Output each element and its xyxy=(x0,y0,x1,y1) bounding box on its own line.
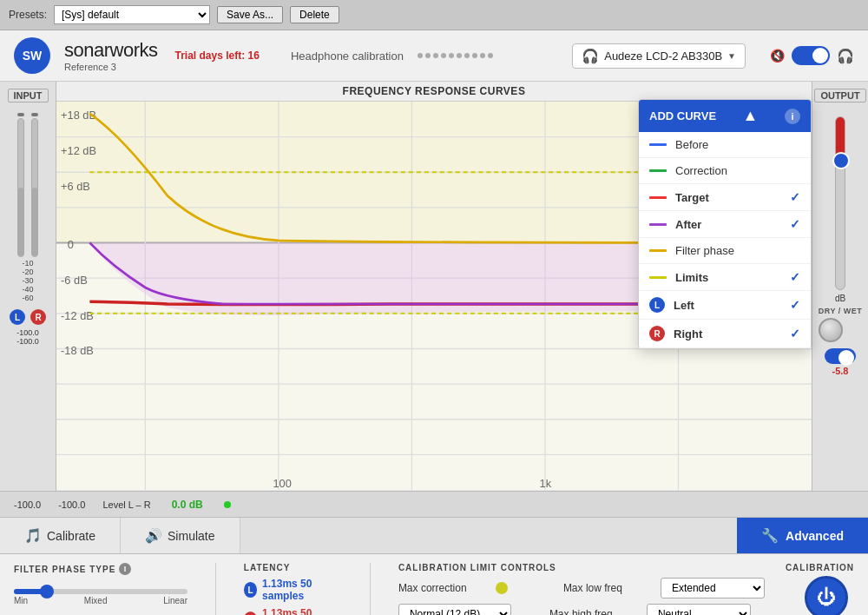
filter-phase-info[interactable]: i xyxy=(119,563,131,575)
svg-text:1k: 1k xyxy=(540,477,552,490)
dot xyxy=(464,53,470,58)
normal-row: Normal (12 dB) Max high freq Neutral xyxy=(398,604,765,615)
slider-labels: Min Mixed Linear xyxy=(14,596,187,605)
curve-right[interactable]: R Right ✓ xyxy=(639,320,811,348)
dot xyxy=(418,53,423,58)
svg-text:+12 dB: +12 dB xyxy=(61,144,96,157)
delete-button[interactable]: Delete xyxy=(290,6,339,23)
output-slider[interactable] xyxy=(835,116,845,290)
curve-target[interactable]: Target ✓ xyxy=(639,184,811,211)
chevron-up-icon[interactable]: ▲ xyxy=(743,107,759,125)
brand-name: sonarworks xyxy=(64,39,157,62)
max-high-freq-select[interactable]: Neutral xyxy=(647,604,751,615)
filter-phase-title: FILTER PHASE TYPE i xyxy=(14,563,187,575)
divider-1 xyxy=(215,563,216,615)
bottom-tabs: 🎵 Calibrate 🔊 Simulate 🔧 Advanced xyxy=(0,517,868,553)
save-as-button[interactable]: Save As... xyxy=(217,6,283,23)
input-fader-right[interactable] xyxy=(31,118,38,257)
input-fader-left[interactable] xyxy=(17,118,24,257)
curve-limits[interactable]: Limits ✓ xyxy=(639,264,811,291)
brand-text: sonarworks Reference 3 xyxy=(64,39,157,72)
input-faders xyxy=(17,113,38,257)
latency-l-value: 1.13ms 50 samples xyxy=(262,578,342,602)
header-center: Headphone calibration xyxy=(291,50,500,63)
logo: SW xyxy=(14,37,50,74)
left-check: ✓ xyxy=(790,298,800,312)
simulate-label: Simulate xyxy=(168,529,214,543)
level-lr-label: Level L – R xyxy=(102,499,150,510)
output-slider-thumb[interactable] xyxy=(832,152,850,169)
svg-text:100: 100 xyxy=(273,477,291,490)
headphone-icon: 🎧 xyxy=(582,48,599,64)
calib-power-container: ⏻ xyxy=(791,576,848,615)
calibration-power-section: CALIBRATION ⏻ ● xyxy=(786,563,854,615)
preset-select[interactable]: [Sys] default xyxy=(54,5,210,24)
limits-label: Limits xyxy=(675,271,781,284)
filter-slider[interactable] xyxy=(14,589,187,594)
device-selector[interactable]: 🎧 Audeze LCD-2 AB330B ▼ xyxy=(572,43,746,69)
filter-phase-label: Filter phase xyxy=(675,244,800,257)
power-toggle[interactable] xyxy=(792,46,830,65)
dry-wet-knob[interactable] xyxy=(819,318,843,342)
left-badge: L xyxy=(10,309,25,325)
calibration-power-button[interactable]: ⏻ xyxy=(805,576,848,615)
target-label: Target xyxy=(675,191,781,204)
filter-phase-curve-line xyxy=(649,249,667,252)
correction-label: Correction xyxy=(675,164,800,177)
calib-power-label: CALIBRATION xyxy=(786,563,854,572)
normal-select[interactable]: Normal (12 dB) xyxy=(398,604,511,615)
dot xyxy=(433,53,438,58)
calibrate-label: Calibrate xyxy=(47,529,95,543)
limits-curve-line xyxy=(649,276,667,279)
max-correction-indicator xyxy=(496,582,508,594)
input-panel: INPUT -10 -20 -30 -40 -60 L R -100.0 xyxy=(0,82,56,491)
curve-filter-phase[interactable]: Filter phase xyxy=(639,238,811,264)
max-correction-row: Max correction Max low freq Extended xyxy=(398,578,765,598)
correction-curve-line xyxy=(649,169,667,172)
advanced-label: Advanced xyxy=(786,529,844,543)
svg-text:+6 dB: +6 dB xyxy=(61,179,90,192)
curve-after[interactable]: After ✓ xyxy=(639,211,811,238)
latency-title-text: LATENCY xyxy=(244,563,290,572)
preset-label: Presets: xyxy=(9,9,47,21)
calibrate-tab[interactable]: 🎵 Calibrate xyxy=(0,518,121,553)
calibration-limits-section: CALIBRATION LIMIT CONTROLS Max correctio… xyxy=(398,563,765,615)
left-curve-label: Left xyxy=(674,299,781,312)
mute-icon[interactable]: 🔇 xyxy=(770,49,785,63)
svg-text:-18 dB: -18 dB xyxy=(61,344,94,357)
divider-2 xyxy=(370,563,371,615)
advanced-button[interactable]: 🔧 Advanced xyxy=(737,518,868,553)
dropdown-info-icon[interactable]: i xyxy=(785,109,800,124)
right-badge: R xyxy=(30,309,46,325)
max-low-freq-select[interactable]: Extended xyxy=(661,578,765,598)
after-check: ✓ xyxy=(790,217,800,231)
min-label: Min xyxy=(14,596,28,605)
svg-text:0: 0 xyxy=(68,238,74,251)
settings-panel: FILTER PHASE TYPE i Min Mixed Linear LAT… xyxy=(0,553,868,615)
output-toggle[interactable] xyxy=(825,348,856,364)
chevron-down-icon: ▼ xyxy=(727,51,736,61)
curve-before[interactable]: Before xyxy=(639,132,811,158)
calib-limits-title: CALIBRATION LIMIT CONTROLS xyxy=(398,563,765,572)
svg-text:-6 dB: -6 dB xyxy=(61,274,88,287)
dot xyxy=(480,53,485,58)
input-right-val: -100.0 xyxy=(16,337,39,346)
max-high-freq-label: Max high freq xyxy=(549,608,636,615)
level-right-val: -100.0 xyxy=(58,499,85,510)
curve-left[interactable]: L Left ✓ xyxy=(639,291,811,320)
curve-correction[interactable]: Correction xyxy=(639,158,811,184)
brand-sub: Reference 3 xyxy=(64,62,157,72)
linear-label: Linear xyxy=(163,596,187,605)
calib-limits-title-text: CALIBRATION LIMIT CONTROLS xyxy=(398,563,556,572)
add-curve-title: ADD CURVE xyxy=(649,109,716,122)
output-level: -5.8 xyxy=(832,366,849,376)
simulate-tab[interactable]: 🔊 Simulate xyxy=(121,518,240,553)
preset-bar: Presets: [Sys] default Save As... Delete xyxy=(0,0,868,30)
output-panel: OUTPUT dB DRY / WET -5.8 xyxy=(812,82,868,491)
filter-slider-thumb[interactable] xyxy=(40,585,54,598)
add-curve-dropdown: ADD CURVE ▲ i Before Correction Target ✓ xyxy=(638,99,812,349)
dot xyxy=(472,53,477,58)
dot xyxy=(488,53,493,58)
before-curve-line xyxy=(649,143,667,146)
dot xyxy=(425,53,431,58)
